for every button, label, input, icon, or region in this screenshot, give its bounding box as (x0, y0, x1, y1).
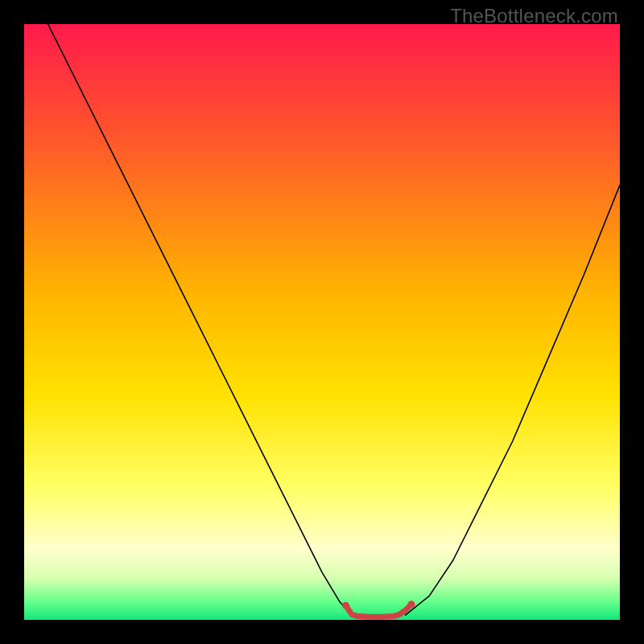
valley-marker (408, 601, 415, 608)
chart-frame: TheBottleneck.com (0, 0, 644, 644)
plot-area (24, 24, 620, 620)
valley-marker (342, 602, 349, 609)
chart-svg (24, 24, 620, 620)
gradient-background (24, 24, 620, 620)
watermark-text: TheBottleneck.com (450, 5, 618, 27)
